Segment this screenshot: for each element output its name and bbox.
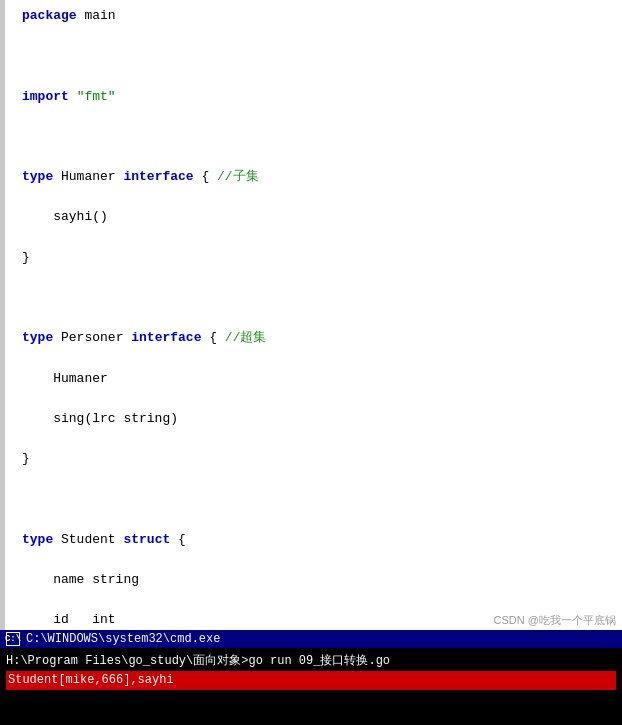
line-6: sayhi()	[20, 207, 614, 227]
terminal-line-2: Student[mike,666],sayhi	[6, 671, 616, 690]
code-editor: package main import "fmt" type Humaner i…	[0, 0, 622, 630]
line-11: sing(lrc string)	[20, 409, 614, 429]
line-5: type Humaner interface { //子集	[20, 167, 614, 187]
line-3: import "fmt"	[20, 87, 614, 107]
line-12: }	[20, 449, 614, 469]
terminal-title: C:\WINDOWS\system32\cmd.exe	[26, 632, 220, 646]
code-content: package main import "fmt" type Humaner i…	[0, 0, 622, 630]
line-10: Humaner	[20, 369, 614, 389]
terminal-titlebar: C:\ C:\WINDOWS\system32\cmd.exe	[0, 630, 622, 648]
line-7: }	[20, 248, 614, 268]
terminal-line-1: H:\Program Files\go_study\面向对象>go run 09…	[6, 654, 390, 668]
terminal-icon: C:\	[6, 632, 20, 646]
line-2	[20, 46, 614, 66]
line-15: name string	[20, 570, 614, 590]
line-14: type Student struct {	[20, 530, 614, 550]
line-4	[20, 127, 614, 147]
terminal-content: H:\Program Files\go_study\面向对象>go run 09…	[0, 648, 622, 694]
left-border	[0, 0, 5, 630]
line-1: package main	[20, 6, 614, 26]
line-8	[20, 288, 614, 308]
line-9: type Personer interface { //超集	[20, 328, 614, 348]
line-13	[20, 489, 614, 509]
watermark: CSDN @吃我一个平底锅	[494, 613, 616, 628]
terminal: C:\ C:\WINDOWS\system32\cmd.exe H:\Progr…	[0, 630, 622, 725]
